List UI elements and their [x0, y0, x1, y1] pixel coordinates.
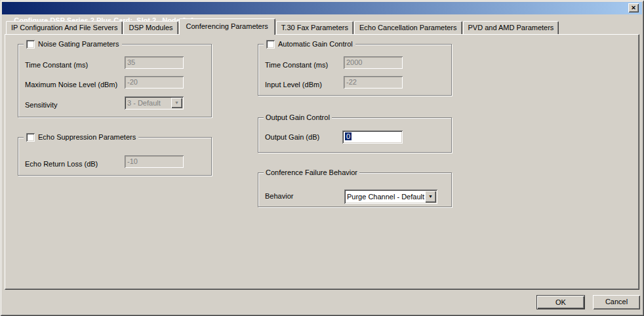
group-title: Echo Suppression Parameters — [38, 133, 136, 141]
close-button[interactable]: ✕ — [628, 3, 639, 12]
automatic-gain-header: Automatic Gain Control — [264, 39, 355, 49]
tab-label: IP Configuration And File Servers — [11, 24, 117, 31]
output-gain-field[interactable]: 0 — [342, 130, 403, 144]
agc-time-constant-label: Time Constant (ms) — [265, 60, 328, 69]
group-title: Noise Gating Parameters — [38, 40, 119, 48]
time-constant-label: Time Constant (ms) — [25, 60, 88, 69]
noise-gating-header: Noise Gating Parameters — [24, 39, 122, 49]
cancel-button[interactable]: Cancel — [593, 295, 640, 309]
button-label: Cancel — [605, 298, 628, 306]
close-icon: ✕ — [631, 2, 636, 14]
group-conference-failure-behavior: Conference Failure Behavior Behavior Pur… — [258, 172, 452, 207]
tab-label: Echo Cancellation Parameters — [359, 24, 457, 31]
dropdown-arrow-button: ▼ — [171, 98, 182, 108]
group-echo-suppression: Echo Suppression Parameters Echo Return … — [18, 137, 212, 176]
noise-gating-checkbox[interactable] — [26, 40, 35, 49]
tab-pvd-amd[interactable]: PVD and AMD Parameters — [463, 21, 559, 34]
dialog-window: Configure DSP Series 2 Plus Card: Slot 2… — [0, 0, 644, 316]
automatic-gain-checkbox[interactable] — [266, 40, 275, 49]
selected-text: 0 — [345, 132, 352, 140]
dropdown-arrow-button[interactable]: ▼ — [425, 191, 436, 203]
echo-return-loss-label: Echo Return Loss (dB) — [25, 159, 98, 168]
echo-return-loss-field: -10 — [125, 155, 184, 168]
field-value: 2000 — [346, 58, 362, 66]
behavior-dropdown[interactable]: Purge Channel - Default ▼ — [344, 189, 437, 204]
ok-button[interactable]: OK — [536, 295, 585, 309]
time-constant-field: 35 — [125, 56, 184, 69]
button-label: OK — [555, 298, 566, 306]
max-noise-level-field: -20 — [125, 76, 184, 89]
group-noise-gating: Noise Gating Parameters Time Constant (m… — [18, 44, 212, 117]
group-output-gain-control: Output Gain Control Output Gain (dB) 0 — [258, 117, 452, 153]
group-title: Automatic Gain Control — [278, 40, 353, 48]
tab-conferencing-parameters[interactable]: Conferencing Parameters — [179, 18, 275, 35]
output-gain-label: Output Gain (dB) — [265, 132, 319, 142]
input-level-label: Input Level (dBm) — [265, 80, 322, 89]
sensitivity-label: Sensitivity — [25, 100, 58, 109]
tab-label: DSP Modules — [129, 24, 172, 31]
tab-label: PVD and AMD Parameters — [468, 24, 554, 31]
tab-label: Conferencing Parameters — [186, 22, 268, 30]
chevron-down-icon: ▼ — [428, 191, 433, 203]
input-level-field: -22 — [344, 76, 403, 89]
group-automatic-gain-control: Automatic Gain Control Time Constant (ms… — [258, 44, 452, 96]
dropdown-value: Purge Channel - Default — [347, 193, 424, 201]
field-value: -22 — [346, 78, 357, 86]
sensitivity-dropdown: 3 - Default ▼ — [125, 96, 184, 109]
tab-dsp-modules[interactable]: DSP Modules — [123, 21, 178, 34]
behavior-label: Behavior — [265, 191, 293, 201]
field-value: 35 — [127, 58, 135, 66]
chevron-down-icon: ▼ — [174, 98, 179, 108]
tab-panel: Noise Gating Parameters Time Constant (m… — [5, 34, 639, 290]
title-bar: Configure DSP Series 2 Plus Card: Slot 2… — [2, 2, 642, 14]
field-value: -20 — [127, 78, 138, 86]
dropdown-value: 3 - Default — [127, 99, 161, 107]
tab-bar: IP Configuration And File Servers DSP Mo… — [6, 18, 559, 34]
tab-echo-cancellation[interactable]: Echo Cancellation Parameters — [354, 21, 462, 34]
group-title: Output Gain Control — [264, 113, 332, 122]
tab-ip-configuration[interactable]: IP Configuration And File Servers — [6, 21, 123, 34]
group-title: Conference Failure Behavior — [264, 168, 359, 177]
field-value: -10 — [127, 157, 138, 165]
tab-t30-fax[interactable]: T.30 Fax Parameters — [276, 21, 353, 34]
agc-time-constant-field: 2000 — [344, 56, 403, 69]
tab-label: T.30 Fax Parameters — [281, 24, 348, 31]
echo-suppression-checkbox[interactable] — [26, 133, 35, 142]
max-noise-level-label: Maximum Noise Level (dBm) — [25, 80, 117, 89]
echo-suppression-header: Echo Suppression Parameters — [24, 132, 138, 142]
